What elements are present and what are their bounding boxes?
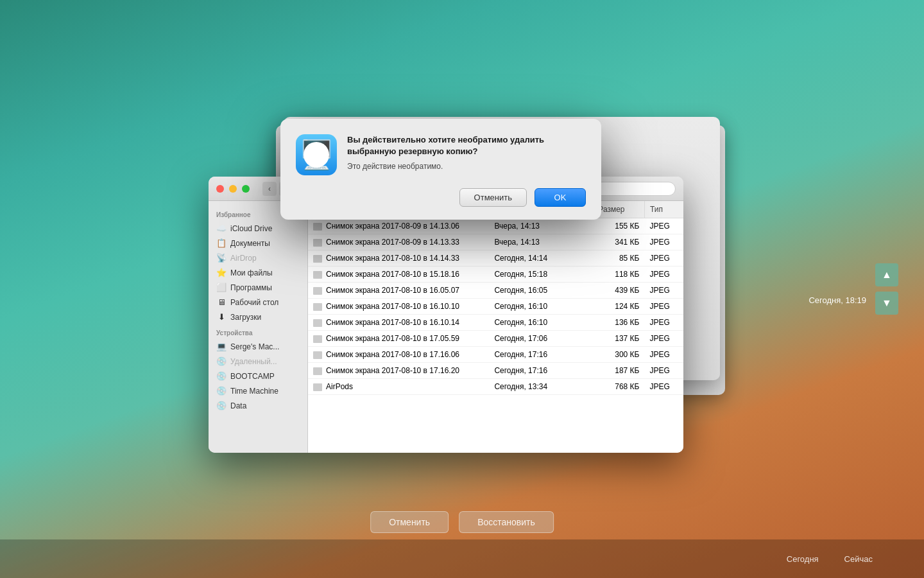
alert-ok-button[interactable]: OK <box>535 188 586 207</box>
file-name: Снимок экрана 2017-08-10 в 16.10.10 <box>308 299 489 315</box>
file-icon <box>313 383 322 391</box>
alert-dialog: 🖥️ Вы действительно хотите необратимо уд… <box>280 119 601 220</box>
sidebar-item-icloud-drive[interactable]: ☁️ iCloud Drive <box>209 221 307 236</box>
sidebar-item-label: Удаленный... <box>230 357 277 366</box>
table-row[interactable]: AirPods Сегодня, 13:34 768 КБ JPEG <box>308 379 683 395</box>
bottom-restore-button[interactable]: Восстановить <box>459 511 554 533</box>
file-size: 187 КБ <box>593 363 645 379</box>
table-row[interactable]: Снимок экрана 2017-08-10 в 16.05.07 Сего… <box>308 283 683 299</box>
sidebar-item-documents[interactable]: 📋 Документы <box>209 236 307 250</box>
sidebar-item-label: Документы <box>230 239 270 248</box>
file-table: Имя ▲ Дата изменения Размер Тип Снимок э… <box>308 201 683 395</box>
file-name: Снимок экрана 2017-08-10 в 16.10.14 <box>308 315 489 331</box>
minimize-button[interactable] <box>229 185 237 193</box>
table-row[interactable]: Снимок экрана 2017-08-09 в 14.13.33 Вчер… <box>308 234 683 250</box>
downloads-icon: ⬇ <box>216 312 227 322</box>
table-row[interactable]: Снимок экрана 2017-08-10 в 17.05.59 Сего… <box>308 331 683 347</box>
file-type: JPEG <box>644 347 683 363</box>
file-type: JPEG <box>644 283 683 299</box>
sidebar-item-programs[interactable]: ⬜ Программы <box>209 280 307 295</box>
sidebar-item-desktop[interactable]: 🖥 Рабочий стол <box>209 295 307 310</box>
file-icon <box>313 367 322 375</box>
sidebar-item-remote[interactable]: 💿 Удаленный... <box>209 354 307 369</box>
file-icon <box>313 303 322 311</box>
disk-icon: 💿 <box>216 356 227 366</box>
sidebar-item-airdrop[interactable]: 📡 AirDrop <box>209 250 307 265</box>
sidebar-item-bootcamp[interactable]: 💿 BOOTCAMP <box>209 369 307 383</box>
file-date: Вчера, 14:13 <box>489 234 592 250</box>
table-row[interactable]: Снимок экрана 2017-08-10 в 16.10.10 Сего… <box>308 299 683 315</box>
file-date: Сегодня, 16:10 <box>489 299 592 315</box>
sidebar-item-label: Программы <box>230 283 272 292</box>
sidebar-item-label: Time Machine <box>230 387 278 396</box>
file-size: 300 КБ <box>593 347 645 363</box>
file-date: Вчера, 14:13 <box>489 218 592 234</box>
sidebar-item-time-machine[interactable]: 💿 Time Machine <box>209 383 307 398</box>
file-size: 124 КБ <box>593 299 645 315</box>
close-button[interactable] <box>216 185 224 193</box>
file-icon <box>313 255 322 263</box>
alert-message: Это действие необратимо. <box>347 161 586 172</box>
file-icon <box>313 271 322 279</box>
finder-content: Имя ▲ Дата изменения Размер Тип Снимок э… <box>308 201 683 453</box>
time-machine-bar: Сегодня Сейчас <box>0 539 924 578</box>
bottom-buttons: Отменить Восстановить <box>370 511 554 533</box>
alert-title: Вы действительно хотите необратимо удали… <box>347 134 586 157</box>
file-icon <box>313 319 322 327</box>
file-date: Сегодня, 16:10 <box>489 315 592 331</box>
back-button[interactable]: ‹ <box>262 182 277 196</box>
sidebar-item-label: Загрузки <box>230 313 261 322</box>
sidebar-item-label: Мои файлы <box>230 268 273 277</box>
sidebar-item-serge-mac[interactable]: 💻 Serge's Mac... <box>209 339 307 354</box>
sidebar-item-label: BOOTCAMP <box>230 372 275 381</box>
file-icon <box>313 223 322 231</box>
computer-icon: 💻 <box>216 342 227 351</box>
table-row[interactable]: Снимок экрана 2017-08-10 в 16.10.14 Сего… <box>308 315 683 331</box>
time-nav-down-button[interactable]: ▼ <box>875 292 898 315</box>
sidebar-item-label: Рабочий стол <box>230 298 278 307</box>
documents-icon: 📋 <box>216 238 227 248</box>
table-row[interactable]: Снимок экрана 2017-08-10 в 15.18.16 Сего… <box>308 267 683 283</box>
bottom-cancel-button[interactable]: Отменить <box>370 511 449 533</box>
now-label: Сейчас <box>844 554 873 564</box>
file-name: Снимок экрана 2017-08-10 в 14.14.33 <box>308 250 489 267</box>
col-header-type[interactable]: Тип <box>644 201 683 218</box>
file-icon <box>313 287 322 295</box>
table-row[interactable]: Снимок экрана 2017-08-10 в 17.16.20 Сего… <box>308 363 683 379</box>
sidebar-item-label: iCloud Drive <box>230 224 272 233</box>
time-nav-up-button[interactable]: ▲ <box>875 263 898 286</box>
finder-sidebar: Избранное ☁️ iCloud Drive 📋 Документы 📡 … <box>209 201 308 453</box>
file-type: JPEG <box>644 331 683 347</box>
file-size: 341 КБ <box>593 234 645 250</box>
time-navigation: ▲ ▼ <box>875 263 898 315</box>
table-row[interactable]: Снимок экрана 2017-08-09 в 14.13.06 Вчер… <box>308 218 683 234</box>
data-icon: 💿 <box>216 401 227 410</box>
timestamp-display: Сегодня, 18:19 <box>809 295 866 305</box>
table-row[interactable]: Снимок экрана 2017-08-10 в 14.14.33 Сего… <box>308 250 683 267</box>
file-icon <box>313 351 322 359</box>
desktop-icon: 🖥 <box>216 297 227 307</box>
sidebar-item-my-files[interactable]: ⭐ Мои файлы <box>209 265 307 280</box>
file-type: JPEG <box>644 218 683 234</box>
programs-icon: ⬜ <box>216 283 227 292</box>
file-name: Снимок экрана 2017-08-09 в 14.13.06 <box>308 218 489 234</box>
maximize-button[interactable] <box>242 185 250 193</box>
time-machine-icon: 💿 <box>216 386 227 396</box>
file-date: Сегодня, 15:18 <box>489 267 592 283</box>
sidebar-item-label: AirDrop <box>230 254 257 263</box>
alert-cancel-button[interactable]: Отменить <box>459 188 527 207</box>
sidebar-item-downloads[interactable]: ⬇ Загрузки <box>209 310 307 324</box>
file-name: Снимок экрана 2017-08-10 в 15.18.16 <box>308 267 489 283</box>
file-name: Снимок экрана 2017-08-09 в 14.13.33 <box>308 234 489 250</box>
file-size: 85 КБ <box>593 250 645 267</box>
file-size: 439 КБ <box>593 283 645 299</box>
file-size: 137 КБ <box>593 331 645 347</box>
file-icon <box>313 239 322 247</box>
alert-icon: 🖥️ <box>296 134 337 175</box>
file-type: JPEG <box>644 379 683 395</box>
sidebar-item-data[interactable]: 💿 Data <box>209 398 307 413</box>
file-type: JPEG <box>644 234 683 250</box>
sidebar-item-label: Serge's Mac... <box>230 342 279 351</box>
alert-buttons: Отменить OK <box>280 188 601 220</box>
table-row[interactable]: Снимок экрана 2017-08-10 в 17.16.06 Сего… <box>308 347 683 363</box>
